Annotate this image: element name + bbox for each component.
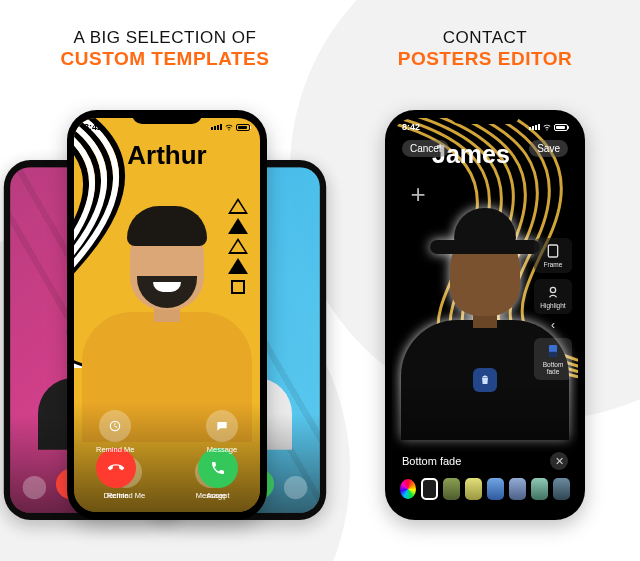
status-time: 8:42 <box>402 122 420 132</box>
phone-editor-wrap: 8:42 Cancel Save James + <box>330 102 640 522</box>
battery-icon <box>554 124 568 131</box>
color-picker-button[interactable] <box>400 479 416 499</box>
headline-top: A BIG SELECTION OF <box>74 28 257 47</box>
status-indicators <box>211 123 250 131</box>
chevron-left-icon[interactable]: ‹ <box>534 318 572 332</box>
trash-icon <box>479 374 491 386</box>
add-element-button[interactable]: + <box>404 180 432 208</box>
call-main-row: Decline Accept <box>74 448 260 504</box>
cancel-button[interactable]: Cancel <box>402 140 449 157</box>
phone-notch <box>132 110 202 124</box>
status-indicators <box>529 123 568 131</box>
panel-templates: A BIG SELECTION OF CUSTOM TEMPLATES <box>0 0 330 561</box>
swatch-6[interactable] <box>553 478 570 500</box>
swatch-3[interactable] <box>487 478 504 500</box>
contact-name: Arthur <box>74 140 260 171</box>
wifi-icon <box>543 123 551 131</box>
accept-button[interactable]: Accept <box>198 448 238 500</box>
headline-right: CONTACT POSTERS EDITOR <box>330 28 640 70</box>
message-button[interactable]: Message <box>206 410 238 454</box>
message-icon <box>215 419 229 433</box>
phone-template-yellow[interactable]: 8:42 Arthur <box>67 110 267 520</box>
side-toolbar: Frame Highlight ‹ Bottom fade <box>534 238 572 380</box>
swatch-0[interactable] <box>421 478 438 500</box>
frame-icon <box>545 243 561 259</box>
battery-icon <box>236 124 250 131</box>
effect-label-row: Bottom fade ✕ <box>402 452 568 470</box>
effect-label: Bottom fade <box>402 455 461 467</box>
decline-label: Decline <box>103 491 128 500</box>
accept-label: Accept <box>207 491 230 500</box>
poster-bg-black: 8:42 Cancel Save James + <box>392 118 578 512</box>
poster-bg-yellow: 8:42 Arthur <box>74 118 260 512</box>
swatch-5[interactable] <box>531 478 548 500</box>
remind-label: Remind Me <box>96 445 134 454</box>
status-time: 8:42 <box>84 122 102 132</box>
color-swatches <box>400 478 570 500</box>
call-upper-row: Remind Me Message <box>74 410 260 454</box>
headline-accent: POSTERS EDITOR <box>330 48 640 70</box>
tool-bottom-fade[interactable]: Bottom fade <box>534 338 572 380</box>
message-button[interactable] <box>284 476 307 502</box>
panel-editor: CONTACT POSTERS EDITOR <box>330 0 640 561</box>
wifi-icon <box>225 123 233 131</box>
bottom-fade-icon <box>545 343 561 359</box>
close-effect-button[interactable]: ✕ <box>550 452 568 470</box>
signal-icon <box>529 124 540 130</box>
save-button[interactable]: Save <box>529 140 568 157</box>
phone-cluster: 8:42 Arthur <box>0 102 330 522</box>
swatch-1[interactable] <box>443 478 460 500</box>
signal-icon <box>211 124 222 130</box>
remind-button[interactable]: Remind Me <box>96 410 134 454</box>
phone-icon <box>210 460 226 476</box>
message-label: Message <box>207 445 237 454</box>
swatch-4[interactable] <box>509 478 526 500</box>
clock-icon <box>108 419 122 433</box>
tool-frame-label: Frame <box>544 261 563 268</box>
phone-editor: 8:42 Cancel Save James + <box>385 110 585 520</box>
editor-topbar: Cancel Save <box>402 140 568 157</box>
remind-button[interactable] <box>22 476 45 502</box>
phone-notch <box>450 110 520 124</box>
tool-frame[interactable]: Frame <box>534 238 572 273</box>
tool-bottom-fade-label: Bottom fade <box>543 361 564 375</box>
swatch-2[interactable] <box>465 478 482 500</box>
svg-point-3 <box>550 287 555 292</box>
tool-highlight-label: Highlight <box>540 302 565 309</box>
headline-top: CONTACT <box>443 28 527 47</box>
headline-left: A BIG SELECTION OF CUSTOM TEMPLATES <box>0 28 330 70</box>
phone-down-icon <box>105 457 128 480</box>
delete-button[interactable] <box>473 368 497 392</box>
highlight-icon <box>545 284 561 300</box>
svg-rect-2 <box>548 245 557 257</box>
headline-accent: CUSTOM TEMPLATES <box>0 48 330 70</box>
tool-highlight[interactable]: Highlight <box>534 279 572 314</box>
triangle-ornament <box>228 198 248 294</box>
decline-button[interactable]: Decline <box>96 448 136 500</box>
svg-rect-5 <box>549 352 557 357</box>
